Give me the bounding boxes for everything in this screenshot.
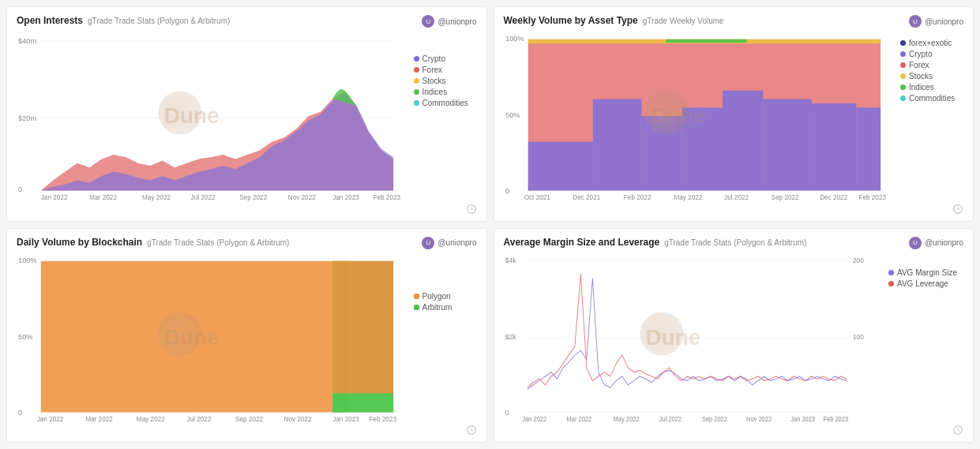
panel-footer <box>504 425 964 436</box>
svg-rect-49 <box>332 260 393 393</box>
svg-text:0: 0 <box>18 407 22 416</box>
author-name: @unionpro <box>925 17 963 26</box>
legend-arbitrum: Arbitrum <box>414 303 477 312</box>
svg-text:May 2022: May 2022 <box>142 193 171 201</box>
svg-rect-50 <box>332 393 393 412</box>
legend-label: Stocks <box>909 72 933 80</box>
chart-canvas: $40m $20m 0 Jan 2022 Mar 2022 <box>17 31 406 202</box>
legend-forex: Forex <box>414 65 477 74</box>
svg-text:Oct 2021: Oct 2021 <box>524 193 550 201</box>
legend-label: Crypto <box>422 54 445 63</box>
svg-text:200: 200 <box>852 256 863 264</box>
legend-label: Stocks <box>422 77 446 85</box>
svg-text:Sep 2022: Sep 2022 <box>239 193 267 201</box>
svg-rect-29 <box>856 107 880 190</box>
svg-rect-25 <box>681 107 722 190</box>
svg-text:May 2022: May 2022 <box>613 415 639 423</box>
legend: forex+exotic Crypto Forex Stocks Indices <box>892 31 963 202</box>
legend-label: Commodities <box>909 94 955 103</box>
svg-rect-26 <box>723 91 763 191</box>
dashboard: Open Interests gTrade Trade Stats (Polyg… <box>0 0 980 449</box>
svg-rect-27 <box>763 99 812 191</box>
svg-text:$40m: $40m <box>18 36 36 45</box>
author-avatar: U <box>909 237 922 249</box>
clock-icon <box>952 425 963 436</box>
author-avatar: U <box>909 15 922 28</box>
svg-text:0: 0 <box>505 408 509 417</box>
panel-subtitle: gTrade Trade Stats (Polygon & Arbitrum) <box>664 238 806 247</box>
chart-canvas: 100% 50% 0 Jan 2022 Mar 20 <box>17 253 406 424</box>
chart-canvas: $4k $2k 0 200 100 Jan 2022 <box>504 253 881 424</box>
legend: Crypto Forex Stocks Indices Commodities <box>406 31 477 202</box>
svg-text:Mar 2022: Mar 2022 <box>566 415 591 423</box>
svg-text:Sep 2022: Sep 2022 <box>701 415 727 423</box>
panel-daily-volume-blockchain: Daily Volume by Blockchain gTrade Trade … <box>6 228 487 443</box>
svg-text:May 2022: May 2022 <box>674 193 702 201</box>
clock-icon <box>952 204 963 215</box>
legend-label: Indices <box>909 83 934 92</box>
svg-text:Mar 2022: Mar 2022 <box>89 193 117 201</box>
panel-title: Weekly Volume by Asset Type <box>504 15 638 26</box>
svg-text:$20m: $20m <box>18 113 36 122</box>
svg-text:Jul 2022: Jul 2022 <box>659 415 681 423</box>
author-name: @unionpro <box>437 17 476 26</box>
svg-text:0: 0 <box>18 184 22 193</box>
legend-crypto: Crypto <box>414 54 477 63</box>
svg-text:Jan 2022: Jan 2022 <box>37 415 64 423</box>
panel-header: Weekly Volume by Asset Type gTrade Weekl… <box>504 15 964 28</box>
svg-text:$2k: $2k <box>505 332 516 341</box>
author-name: @unionpro <box>925 238 963 247</box>
svg-text:Sep 2022: Sep 2022 <box>235 415 263 423</box>
svg-text:Feb 2023: Feb 2023 <box>823 415 848 423</box>
author-name: @unionpro <box>437 238 476 247</box>
svg-rect-22 <box>528 142 592 191</box>
panel-avg-margin-leverage: Average Margin Size and Leverage gTrade … <box>494 228 974 443</box>
legend-label: Forex <box>422 65 443 74</box>
chart-area: $40m $20m 0 Jan 2022 Mar 2022 <box>17 31 477 202</box>
legend-forex: Forex <box>900 61 963 69</box>
svg-text:Nov 2022: Nov 2022 <box>284 415 312 423</box>
legend-crypto: Crypto <box>900 50 963 58</box>
svg-text:May 2022: May 2022 <box>137 415 165 423</box>
panel-author: U @unionpro <box>422 15 476 28</box>
chart-area: 100% 50% 0 Jan 2022 Mar 20 <box>17 253 477 424</box>
chart-area: 100% 50% 0 <box>504 31 964 202</box>
svg-text:Dec 2022: Dec 2022 <box>820 193 847 201</box>
clock-icon <box>466 425 477 436</box>
panel-header: Open Interests gTrade Trade Stats (Polyg… <box>17 15 477 28</box>
svg-text:50%: 50% <box>505 110 520 119</box>
svg-text:Jul 2022: Jul 2022 <box>186 415 211 423</box>
legend-label: AVG Leverage <box>897 279 948 288</box>
author-avatar: U <box>422 15 434 28</box>
svg-text:Jan 2023: Jan 2023 <box>332 193 359 201</box>
legend-indices: Indices <box>414 88 477 96</box>
panel-footer <box>17 425 477 436</box>
title-group: Weekly Volume by Asset Type gTrade Weekl… <box>504 15 724 26</box>
svg-text:100: 100 <box>852 332 863 341</box>
panel-author: U @unionpro <box>909 15 963 28</box>
panel-footer <box>504 204 964 215</box>
panel-open-interests: Open Interests gTrade Trade Stats (Polyg… <box>6 6 487 222</box>
legend-label: Forex <box>909 61 929 69</box>
legend-commodities: Commodities <box>900 94 963 103</box>
panel-title: Average Margin Size and Leverage <box>504 237 660 248</box>
legend-commodities: Commodities <box>414 99 477 107</box>
svg-text:Jan 2022: Jan 2022 <box>522 415 546 423</box>
svg-text:Feb 2022: Feb 2022 <box>623 193 651 201</box>
legend-avg-leverage: AVG Leverage <box>888 279 963 288</box>
svg-text:Feb 2023: Feb 2023 <box>369 415 396 423</box>
svg-text:100%: 100% <box>505 34 524 43</box>
title-group: Average Margin Size and Leverage gTrade … <box>504 237 807 248</box>
legend-polygon: Polygon <box>414 292 477 301</box>
panel-weekly-volume: Weekly Volume by Asset Type gTrade Weekl… <box>494 6 974 222</box>
panel-header: Daily Volume by Blockchain gTrade Trade … <box>17 237 477 249</box>
chart-canvas: 100% 50% 0 <box>504 31 893 202</box>
clock-icon <box>466 204 477 215</box>
panel-author: U @unionpro <box>422 237 476 249</box>
svg-text:Jul 2022: Jul 2022 <box>724 193 749 201</box>
author-avatar: U <box>422 237 434 249</box>
svg-text:Feb 2023: Feb 2023 <box>373 193 400 201</box>
panel-title: Daily Volume by Blockchain <box>17 237 142 248</box>
legend-stocks: Stocks <box>414 77 477 85</box>
svg-text:Mar 2022: Mar 2022 <box>85 415 113 423</box>
